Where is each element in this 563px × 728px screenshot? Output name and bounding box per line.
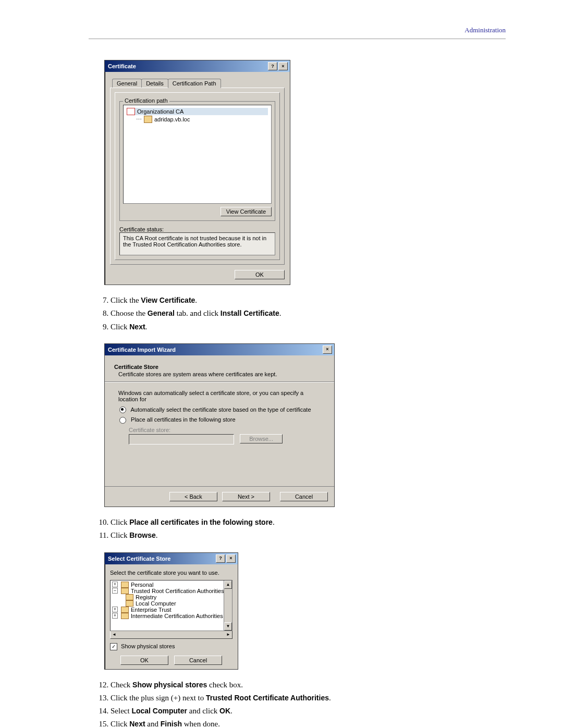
browse-button[interactable]: Browse... xyxy=(240,434,283,443)
steps-list-b: Click Place all certificates in the folo… xyxy=(100,516,506,542)
close-icon[interactable]: × xyxy=(278,62,288,70)
tab-details[interactable]: Details xyxy=(141,79,168,88)
select-store-titlebar: Select Certificate Store ? × xyxy=(105,553,238,564)
show-physical-stores-label: Show physical stores xyxy=(121,643,175,649)
certificate-status-label: Certificate status: xyxy=(119,226,275,232)
wizard-divider xyxy=(105,381,334,382)
radio-place-label: Place all certificates in the following … xyxy=(131,416,236,423)
step-12: Check Show physical stores check box. xyxy=(111,679,506,691)
wizard-heading: Certificate Store xyxy=(114,364,325,370)
scroll-up-icon[interactable]: ▲ xyxy=(224,581,232,589)
step-14: Select Local Computer and click OK. xyxy=(111,705,506,717)
wizard-paragraph: Windows can automatically select a certi… xyxy=(118,390,321,402)
wizard-titlebar: Certificate Import Wizard × xyxy=(105,344,334,355)
store-item-intermediate-ca[interactable]: +Intermediate Certification Authorities xyxy=(112,613,230,619)
step-13: Click the plus sign (+) next to Trusted … xyxy=(111,692,506,704)
store-item-registry[interactable]: Registry xyxy=(126,594,230,600)
radio-icon xyxy=(119,417,126,424)
header-section: Administration xyxy=(89,26,506,39)
certificate-dialog: Certificate ? × General Details Certific… xyxy=(104,60,290,285)
checkbox-icon: ✓ xyxy=(110,643,117,650)
wizard-subtext: Certificate stores are system areas wher… xyxy=(118,371,325,377)
certification-path-tree[interactable]: Organizational CA ⋯ adridap.vb.loc xyxy=(123,105,272,204)
help-icon[interactable]: ? xyxy=(268,62,277,70)
steps-list-a: Click the View Certificate. Choose the G… xyxy=(100,294,506,333)
tree-child-adridap[interactable]: ⋯ adridap.vb.loc xyxy=(136,116,268,123)
header-divider xyxy=(89,39,506,39)
certificate-store-list[interactable]: +Personal −Trusted Root Certification Au… xyxy=(110,580,232,631)
scroll-down-icon[interactable]: ▼ xyxy=(224,622,232,631)
tree-root-label: Organizational CA xyxy=(137,108,183,115)
step-7: Click the View Certificate. xyxy=(111,294,506,306)
certificate-title: Certificate xyxy=(108,63,136,69)
certificate-titlebar: Certificate ? × xyxy=(105,60,290,72)
back-button[interactable]: < Back xyxy=(169,492,217,501)
step-9: Click Next. xyxy=(111,321,506,333)
horizontal-scrollbar[interactable]: ◄► xyxy=(110,631,232,639)
radio-auto-select[interactable]: Automatically select the certificate sto… xyxy=(119,406,325,414)
certification-path-label: Certification path xyxy=(123,97,169,104)
certificate-tabstrip: General Details Certification Path xyxy=(112,78,285,88)
step-8: Choose the General tab. and click Instal… xyxy=(111,307,506,319)
vertical-scrollbar[interactable]: ▲ ▼ xyxy=(224,581,232,631)
radio-auto-label: Automatically select the certificate sto… xyxy=(130,406,311,413)
next-button[interactable]: Next > xyxy=(222,492,270,501)
close-icon[interactable]: × xyxy=(226,554,236,563)
steps-list-c: Check Show physical stores check box. Cl… xyxy=(100,679,506,728)
tab-general[interactable]: General xyxy=(112,79,142,88)
tab-certification-path[interactable]: Certification Path xyxy=(168,79,221,88)
certificate-ok-button[interactable]: OK xyxy=(235,270,285,279)
step-15: Click Next and Finish when done. xyxy=(111,718,506,728)
store-item-enterprise-trust[interactable]: +Enterprise Trust xyxy=(112,607,230,613)
select-certificate-store-dialog: Select Certificate Store ? × Select the … xyxy=(104,552,238,670)
tree-root-organizational-ca[interactable]: Organizational CA xyxy=(127,108,268,115)
certificate-store-input xyxy=(129,434,234,445)
certificate-store-label: Certificate store: xyxy=(129,427,325,433)
cancel-button[interactable]: Cancel xyxy=(280,492,328,501)
view-certificate-button[interactable]: View Certificate xyxy=(221,207,272,216)
help-icon[interactable]: ? xyxy=(216,554,225,563)
select-store-ok-button[interactable]: OK xyxy=(120,656,168,665)
tree-child-label: adridap.vb.loc xyxy=(154,116,190,122)
store-item-trusted-root[interactable]: −Trusted Root Certification Authorities xyxy=(112,588,230,594)
store-item-personal[interactable]: +Personal xyxy=(112,582,230,588)
certificate-import-wizard-dialog: Certificate Import Wizard × Certificate … xyxy=(104,343,335,507)
store-item-local-computer[interactable]: Local Computer xyxy=(126,600,230,607)
show-physical-stores-checkbox[interactable]: ✓ Show physical stores xyxy=(110,643,232,650)
select-store-prompt: Select the certificate store you want to… xyxy=(110,570,232,576)
wizard-title: Certificate Import Wizard xyxy=(108,347,176,353)
certificate-status-text: This CA Root certificate is not trusted … xyxy=(119,232,275,255)
radio-place-all[interactable]: Place all certificates in the following … xyxy=(119,416,325,424)
select-store-title: Select Certificate Store xyxy=(108,556,170,562)
close-icon[interactable]: × xyxy=(323,346,332,354)
step-10: Click Place all certificates in the folo… xyxy=(111,516,506,528)
radio-icon xyxy=(119,406,126,413)
step-11: Click Browse. xyxy=(111,529,506,541)
certification-path-group: Certification path Organizational CA ⋯ a… xyxy=(119,101,275,221)
select-store-cancel-button[interactable]: Cancel xyxy=(174,656,222,665)
